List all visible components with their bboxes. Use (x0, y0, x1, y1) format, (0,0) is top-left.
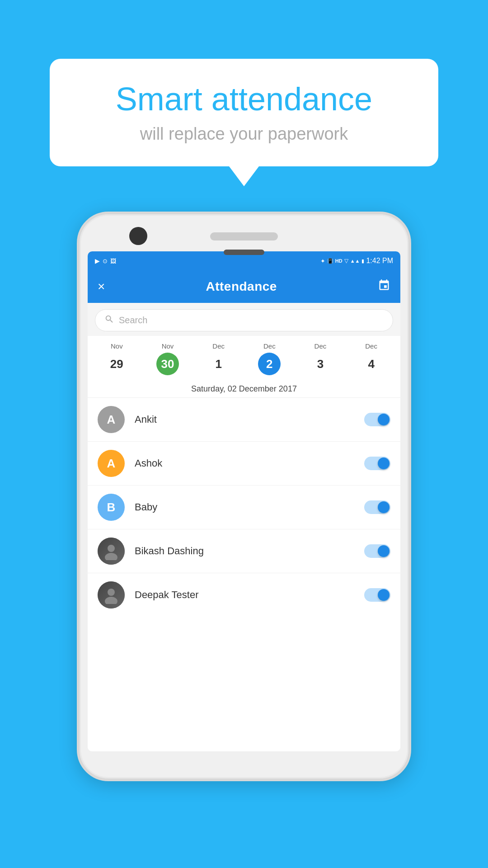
toolbar-title: Attendance (206, 279, 277, 294)
battery-icon: ▮ (361, 258, 364, 264)
hd-badge: HD (335, 258, 343, 264)
list-item: A Ankit (88, 398, 400, 442)
phone-button (224, 250, 264, 255)
app-toolbar: × Attendance (88, 270, 400, 303)
list-item: Deepak Tester (88, 573, 400, 617)
image-icon: 🖼 (110, 258, 116, 264)
calendar-icon[interactable] (378, 279, 390, 294)
search-bar[interactable]: Search (95, 309, 393, 331)
student-name: Ankit (135, 414, 364, 425)
avatar: A (98, 450, 125, 477)
attendance-toggle[interactable] (364, 500, 390, 514)
attendance-toggle[interactable] (364, 544, 390, 558)
avatar: A (98, 406, 125, 433)
svg-point-0 (108, 545, 115, 552)
attendance-toggle[interactable] (364, 413, 390, 426)
attendance-toggle[interactable] (364, 588, 390, 602)
cal-day-4[interactable]: Dec 2 (258, 342, 281, 375)
search-placeholder: Search (119, 315, 147, 326)
cal-day-3[interactable]: Dec 1 (207, 342, 230, 375)
status-icons-right: ✦ 📳 HD ▽ ▲▲ ▮ 1:42 PM (320, 257, 393, 265)
student-name: Deepak Tester (135, 589, 364, 601)
svg-point-3 (105, 597, 117, 604)
svg-point-2 (108, 589, 115, 596)
student-name: Ashok (135, 458, 364, 469)
cal-day-6[interactable]: Dec 4 (360, 342, 383, 375)
avatar (98, 581, 125, 609)
student-name: Baby (135, 501, 364, 513)
list-item: A Ashok (88, 442, 400, 486)
bluetooth-icon: ✦ (320, 258, 325, 264)
phone-mockup: ▶ ⊙ 🖼 ✦ 📳 HD ▽ ▲▲ ▮ 1:42 PM × Attendance (77, 212, 411, 781)
status-time: 1:42 PM (366, 257, 393, 265)
close-button[interactable]: × (98, 279, 105, 294)
list-item: Bikash Dashing (88, 529, 400, 573)
cal-day-1[interactable]: Nov 29 (105, 342, 128, 375)
phone-screen: ▶ ⊙ 🖼 ✦ 📳 HD ▽ ▲▲ ▮ 1:42 PM × Attendance (88, 251, 400, 751)
vibrate-icon: 📳 (327, 258, 333, 264)
cal-day-5[interactable]: Dec 3 (309, 342, 332, 375)
selected-date-label: Saturday, 02 December 2017 (88, 380, 400, 398)
phone-shell: ▶ ⊙ 🖼 ✦ 📳 HD ▽ ▲▲ ▮ 1:42 PM × Attendance (77, 212, 411, 781)
speech-bubble: Smart attendance will replace your paper… (50, 59, 438, 166)
phone-camera (129, 227, 147, 245)
youtube-icon: ▶ (95, 257, 100, 264)
phone-speaker (210, 232, 278, 241)
calendar-days: Nov 29 Nov 30 Dec 1 Dec 2 (91, 342, 397, 375)
camera-icon: ⊙ (103, 258, 108, 264)
bubble-title: Smart attendance (81, 81, 407, 117)
avatar: B (98, 494, 125, 521)
avatar (98, 538, 125, 565)
svg-point-1 (105, 553, 117, 560)
status-icons-left: ▶ ⊙ 🖼 (95, 257, 116, 264)
bubble-subtitle: will replace your paperwork (81, 124, 407, 144)
list-item: B Baby (88, 486, 400, 529)
search-container: Search (88, 303, 400, 336)
attendance-toggle[interactable] (364, 457, 390, 470)
cal-day-2[interactable]: Nov 30 (156, 342, 179, 375)
student-list: A Ankit A Ashok B Baby (88, 398, 400, 751)
calendar-strip: Nov 29 Nov 30 Dec 1 Dec 2 (88, 336, 400, 380)
signal-icon: ▲▲ (350, 258, 360, 264)
search-icon (104, 314, 114, 326)
wifi-icon: ▽ (344, 258, 348, 264)
student-name: Bikash Dashing (135, 545, 364, 557)
